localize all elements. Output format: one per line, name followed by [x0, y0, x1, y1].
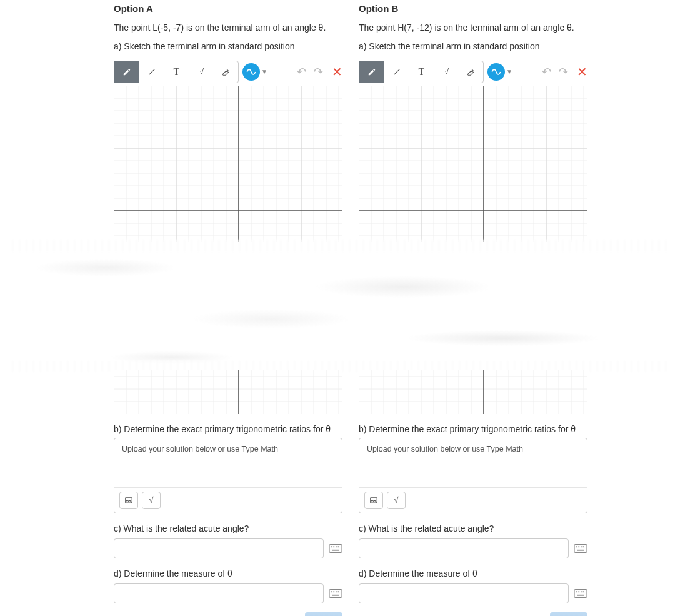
eraser-icon: [467, 68, 476, 76]
drawing-canvas[interactable]: [359, 86, 588, 242]
svg-rect-1: [114, 86, 342, 242]
svg-rect-38: [359, 86, 588, 242]
related-angle-input[interactable]: [114, 538, 324, 558]
rich-text-box: Upload your solution below or use Type M…: [359, 438, 588, 513]
graph-tool-dropdown[interactable]: ▼: [261, 68, 268, 75]
pencil-icon: [122, 68, 131, 76]
svg-rect-102: [332, 549, 339, 550]
pencil-tool-button[interactable]: [359, 61, 384, 83]
option-a-lower: b) Determine the exact primary trigonome…: [114, 370, 342, 616]
line-icon: [148, 68, 156, 76]
line-tool-button[interactable]: [139, 61, 164, 83]
eraser-tool-button[interactable]: [214, 61, 239, 83]
keyboard-icon[interactable]: [329, 588, 342, 598]
svg-rect-138: [574, 589, 587, 597]
keyboard-icon[interactable]: [329, 543, 342, 553]
svg-rect-104: [331, 591, 332, 592]
text-tool-button[interactable]: T: [164, 61, 189, 83]
option-a-part-b: b) Determine the exact primary trigonome…: [114, 424, 342, 434]
svg-rect-103: [329, 589, 342, 597]
rich-text-box: Upload your solution below or use Type M…: [114, 438, 342, 513]
svg-rect-107: [338, 591, 339, 592]
rich-text-toolbar: √: [114, 487, 342, 513]
eraser-tool-button[interactable]: [459, 61, 484, 83]
option-a-part-a: a) Sketch the terminal arm in standard p…: [114, 40, 342, 53]
svg-rect-136: [583, 546, 584, 547]
svg-rect-97: [329, 544, 342, 552]
graph-tool-dropdown[interactable]: ▼: [506, 68, 512, 75]
pencil-icon: [368, 68, 376, 76]
option-b-intro: The point H(7, -12) is on the terminal a…: [359, 21, 588, 34]
math-tool-button[interactable]: √: [189, 61, 214, 83]
graph-tool-button[interactable]: [242, 63, 260, 81]
svg-rect-133: [576, 546, 578, 547]
rich-text-area[interactable]: Upload your solution below or use Type M…: [114, 438, 342, 487]
svg-rect-139: [576, 591, 578, 592]
svg-rect-141: [581, 591, 582, 592]
svg-rect-100: [336, 546, 337, 547]
insert-formula-button[interactable]: √: [142, 492, 161, 509]
grid-background-lower: [114, 370, 342, 414]
drawing-canvas[interactable]: [114, 86, 342, 242]
svg-line-0: [149, 69, 154, 74]
submit-button-partial[interactable]: [305, 612, 342, 616]
image-icon: [369, 496, 378, 505]
sqrt-icon: √: [394, 495, 398, 505]
math-tool-button[interactable]: √: [434, 61, 459, 83]
rich-text-area[interactable]: Upload your solution below or use Type M…: [359, 438, 587, 487]
line-icon: [392, 68, 401, 76]
svg-rect-135: [581, 546, 582, 547]
clear-button[interactable]: ✕: [577, 64, 588, 79]
option-b-lower: b) Determine the exact primary trigonome…: [359, 370, 588, 616]
eraser-icon: [222, 68, 231, 76]
drawing-canvas-lower[interactable]: [359, 370, 588, 414]
submit-button-partial[interactable]: [550, 612, 588, 616]
drawing-toolbar: T √ ▼ ↶ ↷ ✕: [114, 59, 342, 84]
svg-rect-142: [583, 591, 584, 592]
svg-rect-137: [578, 549, 584, 550]
insert-image-button[interactable]: [364, 492, 383, 509]
redo-button[interactable]: ↷: [559, 65, 568, 79]
graph-tool-button[interactable]: [488, 63, 505, 81]
drawing-toolbar: T √ ▼ ↶ ↷ ✕: [359, 59, 588, 84]
sqrt-icon: √: [444, 67, 449, 76]
text-icon: T: [174, 66, 180, 78]
option-a-column: Option A The point L(-5, -7) is on the t…: [114, 3, 342, 242]
measure-input[interactable]: [114, 583, 324, 603]
option-b-part-d: d) Determine the measure of θ: [359, 568, 588, 578]
measure-input[interactable]: [359, 583, 569, 603]
keyboard-icon[interactable]: [574, 543, 588, 553]
sine-icon: [491, 67, 501, 77]
redo-button[interactable]: ↷: [314, 65, 323, 79]
drawing-canvas-lower[interactable]: [114, 370, 342, 414]
option-a-part-c: c) What is the related acute angle?: [114, 523, 342, 533]
svg-rect-105: [333, 591, 334, 592]
svg-line-37: [394, 69, 399, 74]
insert-image-button[interactable]: [119, 492, 138, 509]
svg-rect-132: [574, 544, 587, 552]
pencil-tool-button[interactable]: [114, 61, 139, 83]
insert-formula-button[interactable]: √: [387, 492, 406, 509]
svg-rect-143: [578, 594, 584, 595]
undo-button[interactable]: ↶: [542, 65, 551, 79]
text-tool-button[interactable]: T: [409, 61, 434, 83]
keyboard-icon[interactable]: [574, 588, 588, 598]
image-icon: [124, 496, 133, 505]
option-a-part-d: d) Determine the measure of θ: [114, 568, 342, 578]
option-b-part-b: b) Determine the exact primary trigonome…: [359, 424, 588, 434]
svg-rect-98: [331, 546, 332, 547]
torn-region: [6, 242, 669, 370]
undo-button[interactable]: ↶: [297, 65, 306, 79]
sine-icon: [246, 67, 256, 77]
line-tool-button[interactable]: [384, 61, 409, 83]
related-angle-input[interactable]: [359, 538, 569, 558]
grid-background: [114, 86, 342, 242]
svg-rect-101: [338, 546, 339, 547]
option-b-part-a: a) Sketch the terminal arm in standard p…: [359, 40, 588, 53]
clear-button[interactable]: ✕: [332, 64, 342, 79]
sqrt-icon: √: [149, 495, 153, 505]
option-b-heading: Option B: [359, 3, 588, 14]
text-icon: T: [419, 66, 425, 78]
svg-rect-134: [578, 546, 579, 547]
rich-text-toolbar: √: [359, 487, 587, 513]
